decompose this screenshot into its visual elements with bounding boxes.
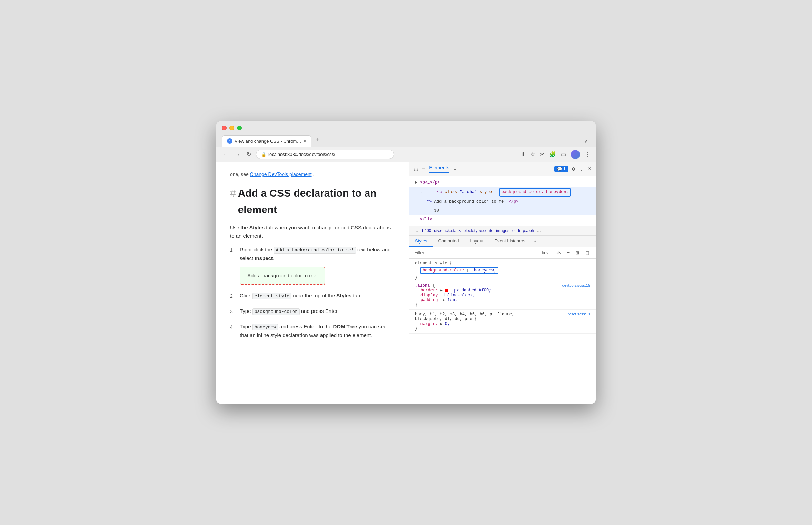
aloha-props: border: ▶ 1px dashed #f00; display: inli… [420, 288, 590, 303]
tab-layout[interactable]: Layout [464, 236, 489, 247]
bookmark-icon[interactable]: ☆ [530, 151, 535, 158]
intro-paragraph: Use the Styles tab when you want to chan… [230, 224, 395, 240]
new-style-rule-icon[interactable]: ⊞ [574, 249, 581, 256]
dom-line-1[interactable]: ▶ <p>…</p> [409, 178, 596, 187]
step-4-code: honeydew [252, 324, 278, 330]
change-devtools-link[interactable]: Change DevTools placement [250, 171, 312, 177]
new-tab-button[interactable]: + [312, 134, 323, 147]
css-panel: element.style { background-color: honeyd… [409, 259, 596, 404]
step-3: 3 Type background-color and press Enter. [230, 307, 395, 316]
expand-triangle[interactable]: ▶ [415, 180, 417, 185]
padding-expand-triangle[interactable]: ▶ [443, 298, 445, 302]
element-style-selector: element.style { [415, 261, 590, 266]
forward-button[interactable]: → [234, 150, 242, 159]
heading-hash: # [230, 185, 236, 201]
breadcrumb-bar: … t-400 div.stack.stack--block.type.cent… [409, 226, 596, 236]
more-tabs-icon[interactable]: » [454, 167, 456, 172]
tab-list-chevron[interactable]: ∨ [582, 136, 590, 147]
hov-button[interactable]: :hov [539, 249, 550, 256]
cls-button[interactable]: .cls [553, 249, 563, 256]
reset-selector: body, h1, h2, h3, h4, h5, h6, p, figure, [415, 312, 514, 317]
main-content: one, see Change DevTools placement . # A… [216, 162, 596, 404]
prev-suffix: . [313, 171, 315, 177]
reset-source[interactable]: _reset.scss:11 [566, 312, 590, 316]
color-swatch-white[interactable] [467, 269, 471, 272]
cast-icon[interactable]: ▭ [561, 151, 566, 158]
bg-color-highlighted-rule[interactable]: background-color: honeydew; [420, 267, 498, 274]
filter-actions: :hov .cls + ⊞ ◫ [539, 249, 591, 256]
cut-icon[interactable]: ✂ [540, 151, 544, 158]
margin-expand-triangle[interactable]: ▶ [440, 322, 443, 326]
step-3-text: Type background-color and press Enter. [240, 307, 339, 316]
styles-bold: Styles [249, 225, 265, 230]
tab-close-button[interactable]: × [303, 138, 306, 144]
svg-text:G: G [229, 140, 230, 142]
title-bar: G View and change CSS - Chrom… × + ∨ [216, 121, 596, 147]
cursor-tool-icon[interactable]: ⬚ [414, 166, 418, 172]
dom-line-2-selected[interactable]: … <p class="aloha" style=" background-co… [409, 187, 596, 198]
step-2-num: 2 [230, 292, 234, 300]
aloha-source[interactable]: _devtools.scss:19 [560, 283, 590, 287]
more-style-tabs[interactable]: » [531, 236, 540, 247]
share-icon[interactable]: ⬆ [521, 151, 525, 158]
step-4: 4 Type honeydew and press Enter. In the … [230, 323, 395, 339]
back-button[interactable]: ← [222, 150, 230, 159]
breadcrumb-ol[interactable]: ol [512, 228, 515, 233]
toggle-style-icon[interactable]: ◫ [584, 249, 591, 256]
aloha-padding-prop: padding: ▶ 1em; [420, 298, 590, 303]
filter-input[interactable] [414, 250, 535, 255]
minimize-button[interactable] [229, 126, 234, 130]
tab-styles[interactable]: Styles [409, 236, 433, 247]
breadcrumb-div[interactable]: div.stack.stack--block.type.center-image… [434, 228, 509, 233]
border-expand-triangle[interactable]: ▶ [440, 289, 443, 293]
dom-line-3: "> Add a background color to me! </p> [409, 198, 596, 206]
toolbar-icons: ⬆ ☆ ✂ 🧩 ▭ ⋮ [521, 150, 590, 159]
dom-line-5: </li> [409, 215, 596, 224]
section-heading: # Add a CSS declaration to an element [230, 185, 395, 218]
demo-element[interactable]: Add a background color to me! [240, 267, 325, 285]
elements-tab[interactable]: Elements [429, 165, 449, 173]
element-style-rule: element.style { background-color: honeyd… [409, 259, 596, 281]
refresh-button[interactable]: ↻ [245, 150, 252, 159]
devtools-header: ⬚ ▭ Elements » 💬1 ⚙ ⋮ × [409, 162, 596, 176]
step-1: 1 Right-click the Add a background color… [230, 246, 395, 285]
color-swatch-red[interactable] [445, 289, 448, 292]
security-icon: 🔒 [261, 152, 266, 157]
dom-line-4: == $0 [409, 207, 596, 215]
devtools-panel: ⬚ ▭ Elements » 💬1 ⚙ ⋮ × ▶ <p>…</p> [409, 162, 596, 404]
devtools-more-icon[interactable]: ⋮ [578, 166, 584, 172]
devtools-settings-icon[interactable]: ⚙ [572, 166, 575, 172]
step-4-num: 4 [230, 323, 234, 331]
breadcrumb-t400[interactable]: t-400 [422, 228, 431, 233]
steps-list: 1 Right-click the Add a background color… [230, 246, 395, 339]
styles-tabs: Styles Computed Layout Event Listeners » [409, 236, 596, 247]
close-button[interactable] [222, 126, 227, 130]
dom-tree: ▶ <p>…</p> … <p class="aloha" style=" ba… [409, 176, 596, 226]
heading-text: Add a CSS declaration to an element [238, 185, 395, 218]
tab-event-listeners[interactable]: Event Listeners [489, 236, 531, 247]
step-3-code: background-color [252, 308, 300, 315]
device-toolbar-icon[interactable]: ▭ [422, 166, 425, 172]
tab-title: View and change CSS - Chrom… [235, 139, 301, 144]
breadcrumb-li[interactable]: li [518, 228, 520, 233]
highlighted-style: background-color: honeydew; [499, 188, 571, 197]
step-2-text: Click element.style near the top of the … [240, 291, 362, 300]
element-style-props: background-color: honeydew; [420, 267, 590, 274]
reset-selector-line: _reset.scss:11 body, h1, h2, h3, h4, h5,… [415, 312, 590, 317]
url-bar[interactable]: 🔒 localhost:8080/docs/devtools/css/ [256, 150, 394, 159]
webpage-panel: one, see Change DevTools placement . # A… [216, 162, 409, 404]
breadcrumb-p[interactable]: p.aloh [523, 228, 534, 233]
tab-favicon: G [227, 138, 232, 144]
notification-badge[interactable]: 💬1 [554, 166, 568, 172]
step-2-code: element.style [252, 293, 291, 299]
menu-icon[interactable]: ⋮ [585, 151, 590, 158]
add-style-button[interactable]: + [565, 249, 571, 256]
aloha-border-prop: border: ▶ 1px dashed #f00; [420, 288, 590, 293]
active-tab[interactable]: G View and change CSS - Chrom… × [222, 135, 311, 147]
user-avatar[interactable] [571, 150, 580, 159]
devtools-close-icon[interactable]: × [587, 166, 591, 172]
extensions-icon[interactable]: 🧩 [549, 151, 556, 158]
maximize-button[interactable] [237, 126, 242, 130]
reset-selector-2: blockquote, dl, dd, pre { [415, 317, 590, 321]
tab-computed[interactable]: Computed [433, 236, 464, 247]
